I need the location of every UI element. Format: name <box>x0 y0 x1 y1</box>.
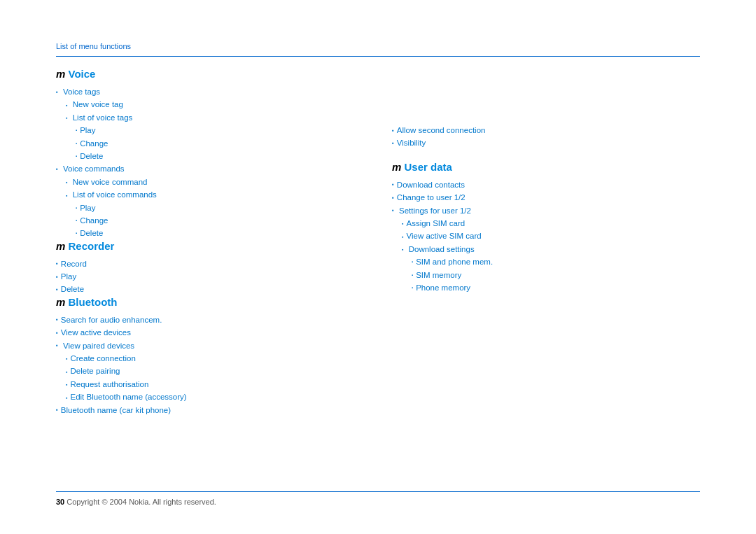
list-item: Play <box>76 202 364 214</box>
list-item: View active SIM card <box>402 230 700 242</box>
main-content: m Voice Voice tags New voice tag List of… <box>56 68 700 480</box>
section-recorder: m Recorder Record Play Delete <box>56 240 364 296</box>
userdata-prefix: m <box>392 161 405 173</box>
list-item: Allow second connection <box>392 124 700 136</box>
list-item: Download contacts <box>392 178 700 191</box>
list-item: Change <box>76 137 364 150</box>
voice-title: Voice <box>69 68 96 80</box>
list-item: Settings for user 1/2 Assign SIM card Vi… <box>392 204 700 295</box>
list-item: Change to user 1/2 <box>392 191 700 204</box>
voice-list: Voice tags New voice tag List of voice t… <box>56 85 364 240</box>
section-title-userdata: m User data <box>392 161 700 173</box>
list-item: New voice tag <box>66 98 364 111</box>
list-item: Delete <box>76 150 364 162</box>
recorder-list: Record Play Delete <box>56 258 364 296</box>
list-item: Voice tags New voice tag List of voice t… <box>56 85 364 162</box>
list-item: Play <box>76 124 364 136</box>
list-item: New voice command <box>66 176 364 188</box>
list-item: Delete <box>76 227 364 239</box>
view-paired-devices-sublist: Create connection Delete pairing Request… <box>56 352 364 404</box>
right-column: Allow second connection Visibility m Use… <box>392 68 700 480</box>
list-item: List of voice tags Play Change Delete <box>66 111 364 163</box>
list-of-voice-tags-sublist: Play Change Delete <box>66 124 364 162</box>
list-item: SIM and phone mem. <box>412 255 700 268</box>
bluetooth-title: Bluetooth <box>69 296 118 308</box>
section-title-bluetooth: m Bluetooth <box>56 296 364 308</box>
list-item: SIM memory <box>412 269 700 281</box>
list-item: Voice commands New voice command List of… <box>56 162 364 239</box>
voice-tags-sublist: New voice tag List of voice tags Play Ch… <box>56 98 364 162</box>
userdata-title: User data <box>405 161 452 173</box>
settings-for-user-sublist: Assign SIM card View active SIM card Dow… <box>392 217 700 294</box>
list-item: Delete <box>56 283 364 295</box>
list-item: Assign SIM card <box>402 217 700 230</box>
list-item: View active devices <box>56 326 364 339</box>
list-item: Request authorisation <box>66 378 364 391</box>
section-bluetooth-extra: Allow second connection Visibility <box>392 124 700 150</box>
footer: 30 Copyright © 2004 Nokia. All rights re… <box>56 491 700 506</box>
recorder-prefix: m <box>56 240 69 252</box>
bluetooth-list: Search for audio enhancem. View active d… <box>56 314 364 416</box>
page-number: 30 <box>56 498 64 506</box>
recorder-title: Recorder <box>69 240 115 252</box>
list-of-voice-commands-sublist: Play Change Delete <box>66 202 364 240</box>
list-item: Search for audio enhancem. <box>56 314 364 326</box>
list-item: Delete pairing <box>66 365 364 377</box>
voice-commands-sublist: New voice command List of voice commands… <box>56 176 364 240</box>
list-item: List of voice commands Play Change Delet… <box>66 188 364 240</box>
list-item: Change <box>76 214 364 227</box>
list-item: Bluetooth name (car kit phone) <box>56 404 364 416</box>
list-item: Create connection <box>66 352 364 365</box>
list-item: Play <box>56 270 364 283</box>
list-item: Edit Bluetooth name (accessory) <box>66 391 364 403</box>
list-item: View paired devices Create connection De… <box>56 339 364 404</box>
page-container: List of menu functions m Voice Voice tag… <box>0 0 756 534</box>
list-item: Phone memory <box>412 281 700 294</box>
list-item: Download settings SIM and phone mem. SIM… <box>402 243 700 295</box>
breadcrumb: List of menu functions <box>56 42 700 57</box>
download-settings-sublist: SIM and phone mem. SIM memory Phone memo… <box>402 255 700 294</box>
left-column: m Voice Voice tags New voice tag List of… <box>56 68 364 480</box>
section-bluetooth: m Bluetooth Search for audio enhancem. V… <box>56 296 364 416</box>
userdata-list: Download contacts Change to user 1/2 Set… <box>392 178 700 295</box>
section-userdata: m User data Download contacts Change to … <box>392 161 700 295</box>
voice-prefix: m <box>56 68 69 80</box>
footer-copyright: Copyright © 2004 Nokia. All rights reser… <box>66 498 216 506</box>
section-voice: m Voice Voice tags New voice tag List of… <box>56 68 364 240</box>
list-item: Visibility <box>392 136 700 149</box>
bluetooth-prefix: m <box>56 296 69 308</box>
section-title-recorder: m Recorder <box>56 240 364 252</box>
bluetooth-extra-list: Allow second connection Visibility <box>392 124 700 150</box>
section-title-voice: m Voice <box>56 68 364 80</box>
list-item: Record <box>56 258 364 270</box>
